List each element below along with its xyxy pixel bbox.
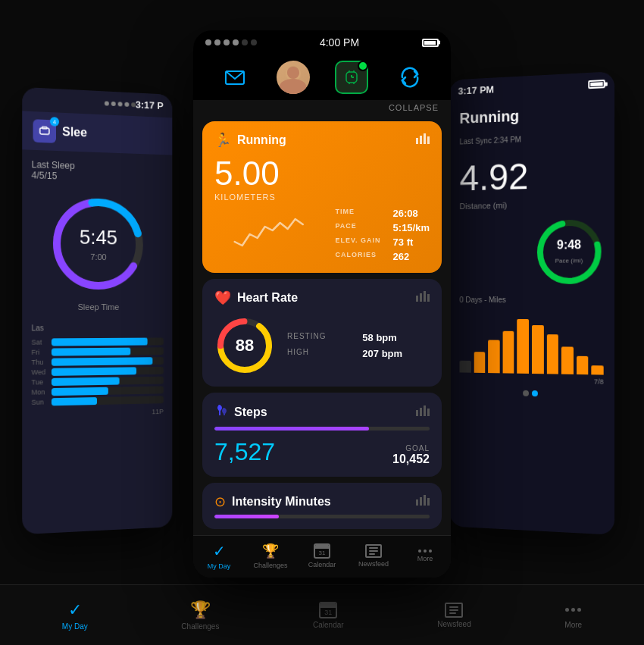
- steps-goal-section: GOAL 10,452: [392, 444, 430, 466]
- time-label: TIME: [335, 208, 380, 219]
- intensity-chart-icon[interactable]: [416, 495, 430, 509]
- calendar-date-icon: 31: [319, 550, 326, 556]
- elev-label: ELEV. GAIN: [335, 236, 380, 248]
- challenges-icon: 🏆: [262, 543, 279, 559]
- left-header-title: Slee: [62, 125, 87, 139]
- steps-chart-icon[interactable]: [416, 405, 430, 419]
- main-status-bar: 4:00 PM: [193, 30, 451, 55]
- global-more-label: More: [564, 621, 582, 629]
- steps-progress-bar: [214, 427, 430, 431]
- steps-icon: [214, 403, 228, 421]
- sleep-time-big: 5:45: [80, 225, 117, 249]
- left-header-icon: [33, 119, 56, 143]
- main-signal-dots: [205, 39, 257, 45]
- global-tab-newsfeed[interactable]: Newsfeed: [437, 603, 470, 628]
- tab-more[interactable]: More: [406, 550, 444, 562]
- collapse-label: COLLAPSE: [389, 103, 439, 112]
- last-label: Las: [32, 324, 164, 333]
- hr-title: Heart Rate: [237, 291, 298, 305]
- running-stats: TIME 26:08 PACE 5:15/km ELEV. GAIN 73 ft…: [335, 208, 430, 262]
- hr-circle: 88: [214, 315, 275, 376]
- bar-row-fri: Fri: [32, 347, 164, 356]
- intensity-title: Intensity Minutes: [232, 495, 331, 509]
- time-axis-label: 11P: [152, 408, 163, 415]
- svg-rect-33: [416, 499, 418, 506]
- collapse-bar[interactable]: COLLAPSE: [193, 100, 451, 115]
- nav-sync-btn[interactable]: [393, 61, 427, 94]
- tab-calendar-label: Calendar: [308, 561, 336, 568]
- tab-newsfeed-label: Newsfeed: [358, 560, 389, 568]
- main-screen: 4:00 PM: [193, 30, 451, 578]
- bottom-global-bar: ✓ My Day 🏆 Challenges 31 Calendar Newsfe…: [0, 584, 644, 645]
- svg-rect-22: [416, 296, 418, 302]
- svg-rect-21: [427, 136, 430, 144]
- main-nav-icons: [193, 55, 451, 100]
- steps-progress-fill: [214, 427, 369, 431]
- global-tab-more[interactable]: More: [564, 602, 582, 629]
- main-battery-icon: [422, 39, 439, 47]
- right-status-time: 3:17 PM: [458, 83, 494, 96]
- tab-myday[interactable]: ✓ My Day: [200, 542, 238, 570]
- right-running-screen: 3:17 PM Running Last Sync 2:34 PM 4.92 D…: [449, 71, 614, 535]
- calories-label: CALORIES: [335, 251, 380, 262]
- global-cal-date: 31: [324, 609, 332, 616]
- svg-rect-36: [427, 498, 430, 506]
- right-date-label: 7/8: [594, 377, 604, 385]
- svg-rect-32: [427, 409, 430, 416]
- bar-row-mon: Mon: [32, 386, 164, 396]
- nav-watch-btn[interactable]: [335, 61, 368, 94]
- heart-rate-card: ❤️ Heart Rate 88: [202, 279, 442, 387]
- nav-avatar-btn[interactable]: [277, 61, 310, 94]
- bar-day-mon: Mon: [32, 388, 47, 396]
- right-pace-circle: 9:48 Pace (/mi): [535, 217, 604, 286]
- bar-day-tue: Tue: [32, 378, 47, 386]
- tab-more-label: More: [417, 555, 433, 562]
- intensity-progress-bar: [214, 515, 430, 518]
- left-status-time: 3:17 P: [136, 99, 164, 111]
- global-tab-challenges[interactable]: 🏆 Challenges: [181, 600, 219, 631]
- global-tab-myday[interactable]: ✓ My Day: [62, 600, 88, 631]
- svg-point-8: [281, 82, 305, 94]
- running-km-label: KILOMETERS: [214, 193, 280, 202]
- bar-day-wed: Wed: [32, 368, 47, 376]
- svg-rect-18: [416, 138, 418, 144]
- hr-chart-icon[interactable]: [416, 291, 430, 305]
- tab-newsfeed[interactable]: Newsfeed: [355, 544, 392, 568]
- tab-challenges[interactable]: 🏆 Challenges: [252, 543, 289, 569]
- bar-day-fri: Fri: [32, 349, 47, 356]
- global-tab-calendar[interactable]: 31 Calendar: [313, 602, 344, 629]
- hr-number: 88: [236, 336, 254, 355]
- nav-inbox-btn[interactable]: [218, 61, 252, 94]
- watch-icon: [335, 61, 368, 94]
- myday-check-icon: ✓: [213, 542, 226, 560]
- bar-day-sun: Sun: [32, 398, 47, 406]
- svg-rect-29: [416, 410, 418, 416]
- global-challenges-label: Challenges: [181, 622, 219, 631]
- tab-calendar[interactable]: 31 Calendar: [303, 543, 341, 568]
- steps-title: Steps: [234, 405, 267, 419]
- right-bar-chart: 7/8: [449, 307, 614, 405]
- svg-point-9: [286, 66, 301, 81]
- bar-row-thu: Thu: [32, 357, 164, 366]
- left-header: Slee: [22, 111, 172, 155]
- main-clock: 4:00 PM: [320, 36, 359, 49]
- sync-icon: [393, 61, 427, 94]
- svg-rect-35: [424, 495, 426, 506]
- running-km: 5.00: [214, 155, 280, 192]
- bar-day-sat: Sat: [32, 338, 47, 346]
- high-value: 207 bpm: [362, 348, 430, 359]
- intensity-progress-fill: [214, 515, 279, 518]
- running-map: [214, 208, 323, 262]
- goal-value: 10,452: [392, 452, 430, 466]
- svg-rect-24: [424, 291, 426, 302]
- bar-row-tue: Tue: [32, 377, 164, 387]
- hr-stats: RESTING 58 bpm HIGH 207 bpm: [287, 332, 430, 359]
- running-title: Running: [237, 133, 286, 147]
- bar-day-thu: Thu: [32, 359, 47, 366]
- tab-myday-label: My Day: [208, 562, 231, 570]
- running-chart-icon[interactable]: [416, 133, 430, 147]
- resting-value: 58 bpm: [362, 332, 430, 343]
- heart-icon: ❤️: [214, 290, 231, 306]
- global-newsfeed-label: Newsfeed: [437, 620, 470, 628]
- right-pace-time: 9:48: [555, 238, 583, 252]
